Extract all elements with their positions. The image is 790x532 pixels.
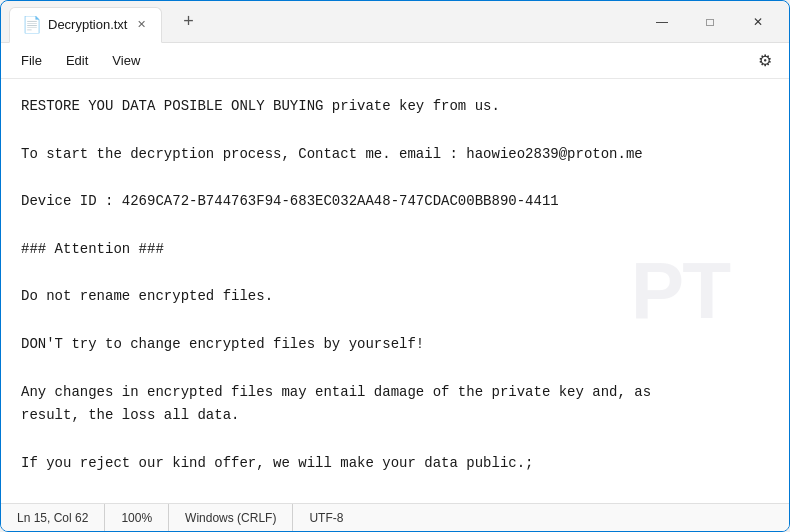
edit-menu[interactable]: Edit — [54, 49, 100, 72]
notepad-window: 📄 Decryption.txt ✕ + — □ ✕ File Edit Vie… — [0, 0, 790, 532]
close-window-button[interactable]: ✕ — [735, 6, 781, 38]
settings-icon[interactable]: ⚙ — [749, 45, 781, 77]
menu-bar: File Edit View ⚙ — [1, 43, 789, 79]
menu-items: File Edit View — [9, 49, 152, 72]
file-icon: 📄 — [22, 15, 42, 35]
maximize-button[interactable]: □ — [687, 6, 733, 38]
document-content: RESTORE YOU DATA POSIBLE ONLY BUYING pri… — [21, 95, 769, 476]
line-ending: Windows (CRLF) — [169, 504, 293, 531]
cursor-position: Ln 15, Col 62 — [13, 504, 105, 531]
status-bar: Ln 15, Col 62 100% Windows (CRLF) UTF-8 — [1, 503, 789, 531]
zoom-level: 100% — [105, 504, 169, 531]
title-bar: 📄 Decryption.txt ✕ + — □ ✕ — [1, 1, 789, 43]
active-tab[interactable]: 📄 Decryption.txt ✕ — [9, 7, 162, 43]
file-menu[interactable]: File — [9, 49, 54, 72]
new-tab-button[interactable]: + — [174, 8, 202, 36]
close-tab-button[interactable]: ✕ — [133, 17, 149, 33]
view-menu[interactable]: View — [100, 49, 152, 72]
title-bar-controls: — □ ✕ — [639, 6, 781, 38]
tab-title: Decryption.txt — [48, 17, 127, 32]
encoding: UTF-8 — [293, 504, 359, 531]
content-area[interactable]: PT RESTORE YOU DATA POSIBLE ONLY BUYING … — [1, 79, 789, 503]
minimize-button[interactable]: — — [639, 6, 685, 38]
title-bar-left: 📄 Decryption.txt ✕ + — [9, 4, 639, 40]
